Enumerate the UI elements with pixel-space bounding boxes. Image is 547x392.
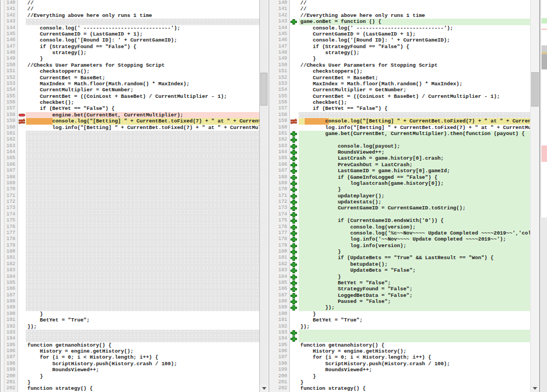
code-text[interactable]: [26, 230, 259, 236]
code-text[interactable]: [26, 336, 259, 342]
code-text[interactable]: [26, 255, 259, 261]
code-text[interactable]: if (UpdateBets == "True" && LastResult =…: [299, 255, 530, 261]
code-text[interactable]: [26, 155, 259, 161]
right-pane-scrollbar[interactable]: [530, 0, 539, 392]
code-text[interactable]: updatestats();: [299, 199, 530, 205]
code-text[interactable]: RoundsViewed++;: [299, 367, 530, 373]
code-text[interactable]: [26, 205, 259, 211]
code-text[interactable]: function getnanohistory() {: [299, 342, 530, 348]
code-text[interactable]: }: [299, 186, 530, 192]
code-text[interactable]: [299, 112, 530, 118]
code-text[interactable]: ScriptHistory.push(History.crash / 100);: [26, 361, 259, 367]
code-text[interactable]: BetYet = "True";: [299, 317, 530, 323]
code-text[interactable]: [26, 267, 259, 273]
left-pane-scrollbar[interactable]: [259, 0, 268, 392]
code-text[interactable]: log.info("[Betting] " + CurrentBet.toFix…: [26, 125, 259, 131]
code-text[interactable]: });: [299, 324, 530, 330]
code-text[interactable]: if (GameInfoLogged == "False") {: [299, 174, 530, 180]
code-text[interactable]: [26, 19, 259, 25]
code-text[interactable]: checkbet();: [299, 100, 530, 106]
code-text[interactable]: [26, 249, 259, 255]
code-text[interactable]: }: [26, 379, 259, 385]
code-text[interactable]: }: [26, 56, 259, 62]
code-text[interactable]: LastCrash = game.history[0].crash;: [299, 155, 530, 161]
diff-map-mark[interactable]: [542, 45, 547, 52]
code-text[interactable]: //Everything above here only runs 1 time: [26, 13, 259, 19]
code-text[interactable]: for (i = 0; i < History.length; i++) {: [299, 354, 530, 360]
code-text[interactable]: [26, 143, 259, 149]
code-text[interactable]: //Checks User Parameters for Stopping Sc…: [26, 62, 259, 68]
code-text[interactable]: [26, 199, 259, 205]
diff-map-mark[interactable]: [542, 145, 547, 162]
code-text[interactable]: log.info('~~Nov~~~~ Update Completed ~~~…: [299, 236, 530, 242]
code-text[interactable]: console.log(payout);: [299, 143, 530, 149]
code-text[interactable]: }: [299, 311, 530, 317]
code-text[interactable]: if (BetYet == "False") {: [299, 106, 530, 112]
code-text[interactable]: //: [26, 6, 259, 12]
code-text[interactable]: console.log('[Round ID]: ' + CurrentGame…: [26, 37, 259, 43]
code-text[interactable]: function strategy() {: [299, 385, 530, 391]
code-text[interactable]: StrategyFound = "False";: [299, 286, 530, 292]
code-text[interactable]: console.log('[Round ID]: ' + CurrentGame…: [299, 37, 530, 43]
code-text[interactable]: CurrentMultiplier = GetNumber;: [299, 87, 530, 93]
code-text[interactable]: }: [26, 373, 259, 379]
code-text[interactable]: }: [299, 274, 530, 280]
code-text[interactable]: }: [299, 373, 530, 379]
code-text[interactable]: for (i = 0; i < History.length; i++) {: [26, 354, 259, 360]
code-text[interactable]: CurrentGameID = (LastGameID + 1);: [26, 31, 259, 37]
diff-map-mark[interactable]: [542, 18, 547, 24]
code-text[interactable]: [26, 286, 259, 292]
code-text[interactable]: [26, 174, 259, 180]
code-text[interactable]: console.log("[Betting] " + CurrentBet.to…: [299, 118, 530, 124]
right-scrollbar-down-button[interactable]: [531, 384, 539, 392]
diff-map-mark[interactable]: [542, 54, 547, 69]
right-scrollbar-thumb[interactable]: [531, 72, 539, 107]
code-text[interactable]: MaxIndex = Math.floor(Math.random() * Ma…: [26, 81, 259, 87]
code-text[interactable]: CurrentGameID = CurrentGameID.toString()…: [299, 205, 530, 211]
code-text[interactable]: console.log(' --------------------------…: [299, 25, 530, 31]
code-text[interactable]: [26, 274, 259, 280]
code-text[interactable]: RoundsViewed++;: [26, 367, 259, 373]
code-text[interactable]: });: [26, 324, 259, 330]
code-text[interactable]: //Everything above here only runs 1 time: [299, 13, 530, 19]
code-text[interactable]: checkstoppers();: [26, 68, 259, 74]
code-text[interactable]: [26, 299, 259, 305]
code-text[interactable]: game.onBet = function () {: [299, 19, 530, 25]
code-text[interactable]: CurrentMultiplier = GetNumber;: [26, 87, 259, 93]
code-text[interactable]: console.log("[Betting] " + CurrentBet.to…: [26, 118, 259, 124]
code-text[interactable]: updateplayer();: [299, 193, 530, 199]
code-text[interactable]: console.log(version);: [299, 224, 530, 230]
code-text[interactable]: [26, 193, 259, 199]
code-text[interactable]: game.bet(CurrentBet, CurrentMultiplier).…: [299, 131, 530, 137]
code-text[interactable]: strategy();: [26, 50, 259, 56]
code-text[interactable]: ScriptHistory.push(History.crash / 100);: [299, 361, 530, 367]
code-text[interactable]: }: [299, 249, 530, 255]
code-text[interactable]: CurrentBet = BaseBet;: [26, 75, 259, 81]
code-text[interactable]: log.info(version);: [299, 243, 530, 249]
code-text[interactable]: [26, 218, 259, 224]
code-text[interactable]: CurrentGameID = (LastGameID + 1);: [299, 31, 530, 37]
diff-overview-bar[interactable]: [539, 0, 547, 392]
code-text[interactable]: [26, 186, 259, 192]
code-text[interactable]: log.info("[Betting] " + CurrentBet.toFix…: [299, 125, 530, 131]
code-text[interactable]: //Checks User Parameters for Stopping Sc…: [299, 62, 530, 68]
code-text[interactable]: function strategy() {: [26, 385, 259, 391]
code-text[interactable]: History = engine.getHistory();: [26, 348, 259, 354]
code-text[interactable]: //: [299, 0, 530, 6]
code-text[interactable]: }: [299, 379, 530, 385]
code-text[interactable]: [26, 236, 259, 242]
code-text[interactable]: [26, 243, 259, 249]
code-text[interactable]: [26, 168, 259, 174]
code-text[interactable]: console.log(' --------------------------…: [26, 25, 259, 31]
code-text[interactable]: [299, 137, 530, 143]
diff-map-mark[interactable]: [542, 28, 547, 30]
code-text[interactable]: PrevCashOut = LastCrash;: [299, 162, 530, 168]
code-text[interactable]: [26, 330, 259, 336]
code-text[interactable]: BetYet = "False";: [299, 280, 530, 286]
code-text[interactable]: [299, 330, 530, 336]
code-text[interactable]: function getnanohistory() {: [26, 342, 259, 348]
code-text[interactable]: CurrentBet = BaseBet;: [299, 75, 530, 81]
code-text[interactable]: CurrentBet = ((CoinLost + BaseBet) / Cur…: [26, 93, 259, 100]
code-text[interactable]: [26, 131, 259, 137]
code-text[interactable]: });: [299, 305, 530, 311]
